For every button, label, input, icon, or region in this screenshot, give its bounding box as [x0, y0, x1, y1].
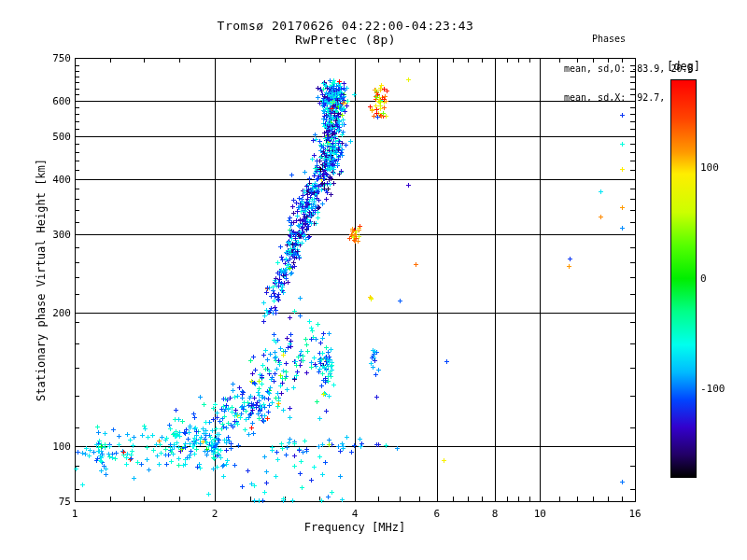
colorbar-unit-label: [deg]: [663, 60, 704, 73]
y-tick-label: 300: [39, 229, 71, 241]
y-tick-label: 100: [39, 441, 71, 453]
y-tick-label: 200: [39, 307, 71, 319]
x-tick-label: 2: [196, 508, 233, 520]
colorbar: [670, 79, 697, 478]
phase-stats-heading: Phases: [564, 35, 693, 45]
x-tick-label: 1: [56, 508, 93, 520]
chart-subtitle: RwPretec (8p): [56, 33, 635, 47]
x-tick-label: 8: [476, 508, 514, 520]
y-tick-label: 500: [39, 131, 71, 143]
x-axis-label: Frequency [MHz]: [75, 521, 635, 534]
colorbar-tick-label: 0: [700, 273, 707, 285]
colorbar-tick-label: 100: [700, 161, 719, 174]
x-tick-label: 6: [418, 508, 456, 520]
y-tick-label: 750: [39, 52, 71, 64]
x-tick-label: 4: [336, 508, 374, 520]
colorbar-tick-label: -100: [700, 383, 726, 395]
y-axis-label: Stationary phase Virtual Height [km]: [35, 159, 48, 401]
chart-title: Tromsø 20170626 04:22:00-04:23:43: [56, 19, 635, 33]
y-tick-label: 400: [39, 174, 71, 186]
y-tick-label: 600: [39, 95, 71, 107]
ionogram-page: Tromsø 20170626 04:22:00-04:23:43 RwPret…: [0, 0, 747, 560]
y-tick-label: 75: [39, 496, 71, 508]
x-tick-label: 16: [616, 508, 654, 520]
x-tick-label: 10: [521, 508, 558, 520]
